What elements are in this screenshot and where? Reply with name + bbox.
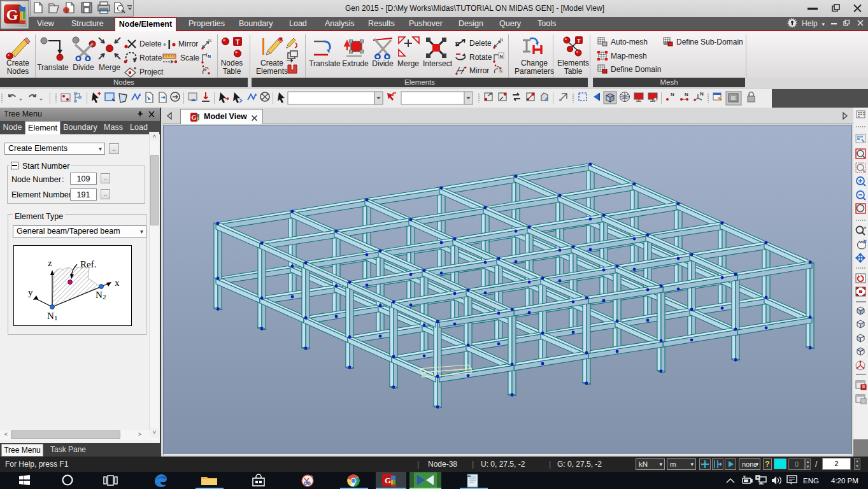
svg-text:N: N — [500, 54, 503, 59]
svg-text:N: N — [47, 311, 54, 321]
svg-text:N: N — [685, 92, 688, 97]
svg-text:1: 1 — [54, 314, 58, 322]
svg-text:ENG: ENG — [803, 477, 819, 485]
svg-text:y: y — [28, 287, 33, 297]
svg-text:G: G — [192, 114, 197, 121]
svg-text:N: N — [700, 91, 704, 97]
svg-text:±: ± — [864, 225, 867, 230]
svg-text:G: G — [385, 476, 391, 485]
svg-text:2: 2 — [103, 293, 106, 301]
svg-text:N: N — [203, 67, 206, 72]
svg-text:T: T — [577, 37, 581, 44]
svg-text:x: x — [115, 278, 120, 288]
svg-text:T: T — [236, 38, 240, 46]
svg-text:N: N — [499, 69, 502, 73]
svg-text:N: N — [208, 38, 211, 43]
svg-text:z: z — [48, 258, 52, 268]
svg-text:N: N — [96, 290, 103, 300]
svg-text:N: N — [208, 54, 211, 59]
svg-text:N: N — [500, 38, 503, 42]
svg-text:Ref.: Ref. — [80, 259, 96, 269]
svg-text:N: N — [671, 92, 674, 97]
svg-text:G: G — [6, 6, 18, 23]
svg-text:4:20 PM: 4:20 PM — [831, 477, 858, 485]
